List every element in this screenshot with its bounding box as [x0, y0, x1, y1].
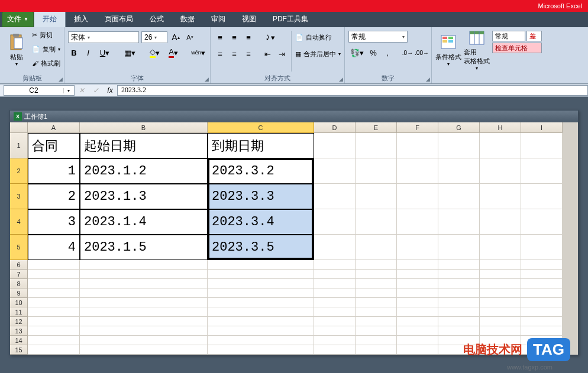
cancel-icon[interactable]: ✕: [75, 86, 89, 95]
col-header[interactable]: D: [314, 122, 356, 133]
cell[interactable]: 到期日期: [208, 133, 314, 158]
cell[interactable]: [397, 235, 438, 260]
cell[interactable]: [480, 270, 521, 279]
cell[interactable]: [356, 209, 397, 235]
cell[interactable]: [397, 345, 438, 355]
tab-home[interactable]: 开始: [34, 11, 66, 27]
cell[interactable]: [356, 133, 397, 158]
select-all-corner[interactable]: [10, 122, 28, 133]
cell[interactable]: [438, 184, 480, 209]
cell[interactable]: [356, 235, 397, 260]
cell[interactable]: [521, 279, 563, 288]
cell[interactable]: [28, 260, 80, 270]
cell[interactable]: [438, 298, 480, 307]
row-header[interactable]: 4: [10, 209, 28, 235]
cell[interactable]: [208, 326, 314, 336]
cell[interactable]: [521, 133, 563, 158]
font-color-icon[interactable]: A▾: [165, 47, 182, 59]
cell[interactable]: [80, 270, 208, 279]
row-header[interactable]: 3: [10, 184, 28, 209]
cell[interactable]: [438, 288, 480, 298]
name-box[interactable]: ▾: [4, 85, 75, 96]
bold-icon[interactable]: B: [68, 47, 80, 59]
cell[interactable]: [356, 184, 397, 209]
cell[interactable]: 2023.1.5: [80, 235, 208, 260]
tab-layout[interactable]: 页面布局: [96, 11, 141, 27]
cell[interactable]: [480, 307, 521, 317]
cell[interactable]: [480, 326, 521, 336]
tab-formulas[interactable]: 公式: [141, 11, 172, 27]
cell[interactable]: [80, 307, 208, 317]
cell[interactable]: [397, 336, 438, 345]
cell[interactable]: [208, 260, 314, 270]
cell[interactable]: [480, 279, 521, 288]
cell[interactable]: [28, 336, 80, 345]
tab-view[interactable]: 视图: [234, 11, 264, 27]
cell[interactable]: 2: [28, 184, 80, 209]
cell[interactable]: [314, 235, 356, 260]
cell[interactable]: [480, 235, 521, 260]
cell[interactable]: [397, 184, 438, 209]
cell[interactable]: [397, 288, 438, 298]
merge-center-button[interactable]: ▦合并后居中▾: [295, 47, 341, 60]
cell[interactable]: [480, 209, 521, 235]
cell[interactable]: 2023.3.2: [208, 158, 314, 184]
cell[interactable]: [80, 317, 208, 326]
row-header[interactable]: 5: [10, 235, 28, 260]
cell[interactable]: [314, 158, 356, 184]
cell[interactable]: [208, 279, 314, 288]
cell[interactable]: [438, 279, 480, 288]
row-header[interactable]: 8: [10, 279, 28, 288]
cell[interactable]: [314, 270, 356, 279]
tab-file[interactable]: 文件▼: [2, 11, 34, 27]
cell[interactable]: [438, 158, 480, 184]
conditional-format-button[interactable]: 条件格式▾: [435, 28, 461, 71]
col-header[interactable]: F: [397, 122, 438, 133]
cell[interactable]: [397, 260, 438, 270]
cell[interactable]: [28, 288, 80, 298]
cell[interactable]: [80, 326, 208, 336]
cell[interactable]: [80, 345, 208, 355]
cell[interactable]: [438, 133, 480, 158]
cell[interactable]: 合同: [28, 133, 80, 158]
col-header[interactable]: B: [80, 122, 208, 133]
row-header[interactable]: 9: [10, 288, 28, 298]
cell[interactable]: 3: [28, 209, 80, 235]
cell[interactable]: [314, 184, 356, 209]
row-header[interactable]: 10: [10, 298, 28, 307]
cell[interactable]: [356, 260, 397, 270]
col-header[interactable]: H: [480, 122, 521, 133]
cell[interactable]: [314, 336, 356, 345]
formula-input[interactable]: 2023.3.2: [117, 85, 588, 96]
cell[interactable]: [356, 288, 397, 298]
cell[interactable]: [438, 307, 480, 317]
cell[interactable]: [356, 270, 397, 279]
cell[interactable]: [314, 298, 356, 307]
cell[interactable]: [208, 336, 314, 345]
cell[interactable]: [208, 317, 314, 326]
row-header[interactable]: 2: [10, 158, 28, 184]
cell[interactable]: [438, 235, 480, 260]
cell[interactable]: [28, 298, 80, 307]
cell[interactable]: [314, 133, 356, 158]
cell[interactable]: [356, 326, 397, 336]
cell[interactable]: [208, 345, 314, 355]
cell[interactable]: 2023.3.4: [208, 209, 314, 235]
tab-data[interactable]: 数据: [172, 11, 203, 27]
cell[interactable]: [480, 298, 521, 307]
cell[interactable]: [480, 158, 521, 184]
tab-insert[interactable]: 插入: [66, 11, 96, 27]
cell[interactable]: [314, 260, 356, 270]
cell[interactable]: [521, 235, 563, 260]
format-painter-button[interactable]: 🖌格式刷: [32, 57, 60, 70]
col-header[interactable]: G: [438, 122, 480, 133]
cell[interactable]: [438, 317, 480, 326]
cell[interactable]: [314, 345, 356, 355]
workbook-titlebar[interactable]: X 工作簿1: [10, 111, 578, 122]
format-table-button[interactable]: 套用 表格格式▾: [464, 28, 490, 71]
cell[interactable]: [397, 270, 438, 279]
dialog-launcher-icon[interactable]: ◢: [205, 76, 209, 82]
dialog-launcher-icon[interactable]: ◢: [426, 76, 430, 82]
fx-icon[interactable]: fx: [103, 86, 117, 95]
row-header[interactable]: 12: [10, 317, 28, 326]
